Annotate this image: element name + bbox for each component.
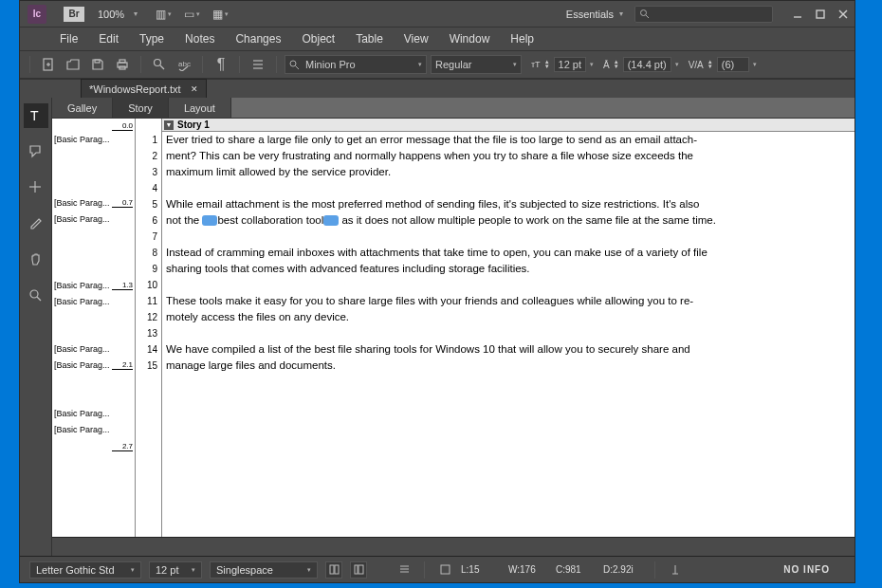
menu-object[interactable]: Object: [292, 30, 344, 47]
text-line[interactable]: ment? This can be very frustrating and n…: [162, 148, 854, 164]
hand-tool[interactable]: [24, 248, 48, 272]
control-strip: abc ¶ Minion Pro ▾ Regular ▾ тT ▲▼ 12 pt…: [20, 50, 854, 79]
hyperlink-end-icon[interactable]: [323, 215, 339, 226]
menu-type[interactable]: Type: [130, 30, 174, 47]
gutter-row: [Basic Parag...: [54, 132, 133, 146]
text-line[interactable]: [162, 325, 854, 341]
tab-galley[interactable]: Galley: [52, 98, 113, 118]
menu-edit[interactable]: Edit: [89, 30, 128, 47]
font-style-dropdown[interactable]: Regular ▾: [431, 55, 522, 74]
text-line[interactable]: motely access the files on any device.: [162, 309, 854, 325]
maximize-button[interactable]: [809, 5, 832, 24]
tab-story[interactable]: Story: [113, 98, 169, 118]
text-line[interactable]: [162, 180, 854, 196]
svg-rect-29: [358, 565, 363, 574]
font-family-dropdown[interactable]: Minion Pro ▾: [285, 55, 427, 74]
zoom-dropdown[interactable]: 100% ▾: [98, 9, 138, 20]
tab-layout[interactable]: Layout: [169, 98, 231, 118]
status-spacing-dropdown[interactable]: Singlespace ▾: [210, 561, 318, 579]
lines-icon[interactable]: [248, 54, 268, 75]
text-line[interactable]: sharing tools that comes with advanced f…: [162, 261, 854, 277]
text-line[interactable]: manage large files and documents.: [162, 358, 854, 374]
svg-line-1: [646, 15, 649, 18]
line-number: 10: [136, 277, 157, 293]
gutter-row: [Basic Parag...: [54, 422, 133, 436]
eyedropper-tool[interactable]: [24, 211, 48, 236]
zoom-tool[interactable]: [24, 284, 48, 308]
search-input[interactable]: [634, 6, 773, 23]
open-icon[interactable]: [63, 54, 83, 75]
hyperlink-start-icon[interactable]: [202, 215, 217, 226]
close-tab-icon[interactable]: ✕: [191, 84, 198, 94]
text-line[interactable]: We have compiled a list of the best file…: [162, 341, 854, 358]
text-line[interactable]: Ever tried to share a large file only to…: [162, 132, 854, 148]
status-size-dropdown[interactable]: 12 pt ▾: [149, 561, 202, 579]
svg-point-19: [290, 61, 296, 66]
minimize-button[interactable]: [786, 5, 809, 24]
search-icon: [639, 9, 650, 19]
line-number: 13: [136, 325, 157, 341]
print-icon[interactable]: [112, 54, 133, 75]
paragraph-style-label: [Basic Parag...: [54, 409, 112, 418]
close-button[interactable]: [832, 5, 854, 24]
document-tab[interactable]: *WindowsReport.txt ✕: [81, 79, 207, 98]
type-tool[interactable]: T: [24, 103, 48, 128]
text-line[interactable]: While email attachment is the most prefe…: [162, 196, 854, 212]
menu-table[interactable]: Table: [346, 30, 393, 47]
line-number: 6: [136, 212, 157, 229]
new-doc-icon[interactable]: [38, 54, 59, 75]
text-line[interactable]: [162, 277, 854, 293]
depth-ruler-icon[interactable]: [667, 561, 684, 579]
column-view-2-icon[interactable]: [350, 561, 367, 579]
status-spacing-value: Singlespace: [216, 564, 273, 576]
menu-window[interactable]: Window: [440, 30, 500, 47]
screen-mode-icon[interactable]: ▭▾: [181, 6, 202, 23]
line-number: 2: [136, 148, 157, 164]
paragraph-style-label: [Basic Parag...: [54, 344, 112, 354]
status-size-value: 12 pt: [156, 564, 178, 576]
story-text-area[interactable]: ▼ Story 1 Ever tried to share a large fi…: [162, 119, 854, 537]
save-icon[interactable]: [87, 54, 108, 75]
font-size-value: 12 pt: [554, 57, 586, 72]
leading-control[interactable]: Ā ▲▼ (14.4 pt) ▾: [603, 57, 679, 72]
menu-notes[interactable]: Notes: [175, 30, 224, 47]
spellcheck-icon[interactable]: abc: [174, 54, 194, 75]
menu-file[interactable]: File: [50, 30, 87, 47]
document-view: 0.0[Basic Parag...[Basic Parag...0.7[Bas…: [52, 119, 854, 537]
text-line[interactable]: These tools make it easy for you to shar…: [162, 293, 854, 309]
story-header[interactable]: ▼ Story 1: [162, 119, 854, 132]
bridge-button[interactable]: Br: [64, 7, 84, 22]
find-icon[interactable]: [149, 54, 170, 75]
paragraph-style-label: [Basic Parag...: [54, 135, 112, 144]
info-toggle-icon[interactable]: [436, 561, 453, 579]
align-icon[interactable]: [395, 561, 413, 579]
note-tool[interactable]: [24, 139, 48, 164]
kerning-value: (6): [717, 57, 749, 72]
svg-rect-27: [335, 565, 339, 574]
kerning-icon: V/A: [689, 60, 704, 70]
pilcrow-icon[interactable]: ¶: [211, 54, 231, 75]
workspace-label: Essentials: [566, 9, 614, 20]
gutter-row: [Basic Parag...2.1: [54, 358, 133, 372]
arrange-icon[interactable]: ▦▾: [210, 6, 230, 23]
svg-point-13: [155, 60, 161, 66]
search-icon: [289, 60, 300, 70]
text-line[interactable]: maximum limit allowed by the service pro…: [162, 164, 854, 180]
workspace-switcher[interactable]: Essentials ▾: [566, 9, 623, 20]
menu-view[interactable]: View: [395, 30, 438, 47]
text-line[interactable]: [162, 229, 854, 245]
column-view-1-icon[interactable]: [325, 561, 342, 579]
status-noinfo: NO INFO: [783, 564, 830, 575]
text-line[interactable]: Instead of cramming email inboxes with a…: [162, 245, 854, 261]
collapse-triangle-icon[interactable]: ▼: [164, 120, 174, 130]
menu-changes[interactable]: Changes: [226, 30, 290, 47]
svg-rect-26: [330, 565, 334, 574]
status-font-dropdown[interactable]: Letter Gothic Std ▾: [29, 561, 141, 579]
text-line[interactable]: not the best collaboration tool as it do…: [162, 212, 854, 229]
font-size-control[interactable]: тT ▲▼ 12 pt ▾: [531, 57, 594, 72]
position-tool[interactable]: [24, 175, 48, 200]
view-options-icon[interactable]: ▥▾: [153, 6, 174, 23]
kerning-control[interactable]: V/A ▲▼ (6) ▾: [689, 57, 757, 72]
paragraph-style-label: [Basic Parag...: [54, 297, 112, 306]
menu-help[interactable]: Help: [501, 30, 543, 47]
